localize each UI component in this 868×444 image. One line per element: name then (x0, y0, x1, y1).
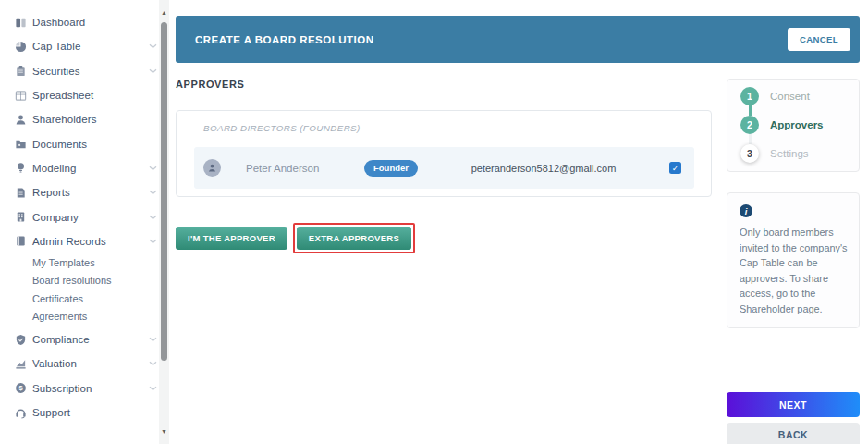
sidebar-item-spreadsheet[interactable]: Spreadsheet (0, 83, 172, 107)
shareholders-icon (14, 113, 27, 126)
modeling-icon (14, 162, 27, 175)
company-icon (14, 211, 27, 224)
section-title: APPROVERS (176, 79, 712, 90)
cancel-button[interactable]: CANCEL (788, 28, 850, 51)
main-area: CREATE A BOARD RESOLUTION CANCEL APPROVE… (176, 16, 860, 444)
sidebar-item-my-templates[interactable]: My Templates (0, 253, 172, 272)
step-label: Approvers (770, 119, 824, 130)
documents-icon (14, 138, 27, 151)
sidebar-item-label: Valuation (32, 358, 77, 369)
info-icon: i (740, 204, 752, 217)
sidebar-item-label: Documents (32, 139, 87, 150)
sidebar-subitem-label: Agreements (32, 311, 87, 322)
sidebar-item-label: Dashboard (32, 17, 85, 28)
chevron-down-icon (149, 239, 157, 244)
sidebar-item-certificates[interactable]: Certificates (0, 290, 172, 308)
scrollbar-down-arrow-icon[interactable]: ▼ (159, 427, 169, 437)
approver-actions: I'M THE APPROVER EXTRA APPROVERS (176, 223, 712, 253)
sidebar-item-company[interactable]: Company (0, 204, 172, 228)
board-directors-card: BOARD DIRECTORS (FOUNDERS) Peter Anderso… (176, 110, 712, 197)
step-number-circle: 1 (740, 87, 759, 105)
content-area: APPROVERS BOARD DIRECTORS (FOUNDERS) Pet… (176, 79, 860, 444)
support-icon (14, 406, 27, 419)
sidebar-item-label: Spreadsheet (32, 90, 93, 101)
sidebar-item-valuation[interactable]: Valuation (0, 352, 172, 376)
step-connector (749, 134, 752, 144)
sidebar-item-dashboard[interactable]: Dashboard (0, 10, 172, 34)
extra-approvers-button[interactable]: EXTRA APPROVERS (297, 227, 411, 250)
sidebar-subitem-label: Certificates (32, 293, 83, 304)
approver-name: Peter Anderson (246, 163, 364, 174)
chevron-down-icon (149, 386, 157, 391)
sidebar-item-label: Cap Table (32, 41, 80, 52)
approvers-panel: APPROVERS BOARD DIRECTORS (FOUNDERS) Pet… (176, 79, 712, 444)
admin-records-submenu: My Templates Board resolutions Certifica… (0, 253, 172, 326)
step-label: Consent (770, 91, 810, 102)
wizard-header: CREATE A BOARD RESOLUTION CANCEL (176, 16, 860, 63)
step-consent: 1 Consent (740, 87, 859, 105)
sidebar-item-label: Compliance (32, 334, 90, 345)
sidebar-subitem-label: My Templates (32, 257, 95, 268)
app-window: Dashboard Cap Table Securities Spreadshe… (0, 0, 868, 444)
sidebar-item-label: Modeling (32, 163, 76, 174)
chevron-down-icon (149, 43, 157, 49)
sidebar: Dashboard Cap Table Securities Spreadshe… (0, 0, 172, 444)
sidebar-scrollbar[interactable]: ▲ ▼ (159, 0, 169, 444)
admin-records-icon (14, 235, 27, 248)
dashboard-icon (14, 16, 27, 29)
spreadsheet-icon (14, 89, 27, 102)
chevron-down-icon (149, 215, 157, 220)
step-connector (749, 105, 752, 116)
sidebar-item-cap-table[interactable]: Cap Table (0, 34, 172, 58)
subscription-icon: $ (14, 382, 27, 395)
sidebar-subitem-label: Board resolutions (32, 275, 112, 286)
sidebar-item-compliance[interactable]: Compliance (0, 327, 172, 352)
chevron-down-icon (149, 68, 157, 74)
im-the-approver-button[interactable]: I'M THE APPROVER (176, 227, 287, 250)
cap-table-icon (14, 40, 27, 53)
wizard-sidebar: 1 Consent 2 Approvers 3 Settings i (727, 79, 860, 444)
chevron-down-icon (149, 337, 157, 342)
sidebar-item-modeling[interactable]: Modeling (0, 156, 172, 180)
sidebar-item-agreements[interactable]: Agreements (0, 307, 172, 326)
approver-checkbox[interactable]: ✓ (669, 162, 681, 174)
avatar (203, 159, 221, 177)
reports-icon (14, 186, 27, 199)
chevron-down-icon (149, 361, 157, 366)
sidebar-item-support[interactable]: Support (0, 401, 172, 425)
sidebar-item-label: Admin Records (32, 236, 106, 247)
step-label: Settings (770, 148, 809, 159)
sidebar-item-label: Subscription (32, 383, 92, 394)
scrollbar-up-arrow-icon[interactable]: ▲ (159, 8, 169, 18)
sidebar-item-securities[interactable]: Securities (0, 59, 172, 83)
page-title: CREATE A BOARD RESOLUTION (195, 34, 374, 45)
step-settings: 3 Settings (740, 144, 859, 163)
sidebar-item-label: Company (32, 212, 79, 223)
wizard-steps-card: 1 Consent 2 Approvers 3 Settings (727, 79, 860, 172)
sidebar-item-admin-records[interactable]: Admin Records (0, 229, 172, 253)
sidebar-item-shareholders[interactable]: Shareholders (0, 107, 172, 131)
sidebar-item-documents[interactable]: Documents (0, 131, 172, 155)
role-badge: Founder (364, 160, 418, 177)
group-label: BOARD DIRECTORS (FOUNDERS) (203, 123, 694, 133)
approver-email: peteranderson5812@gmail.com (418, 163, 669, 174)
sidebar-item-label: Securities (32, 66, 80, 77)
step-number-circle: 3 (740, 144, 759, 163)
chevron-down-icon (149, 190, 157, 195)
back-button[interactable]: BACK (727, 423, 860, 444)
annotation-highlight-box: EXTRA APPROVERS (293, 223, 415, 253)
sidebar-item-label: Shareholders (32, 114, 97, 125)
chevron-down-icon (149, 166, 157, 171)
sidebar-item-board-resolutions[interactable]: Board resolutions (0, 271, 172, 290)
step-number-circle: 2 (740, 116, 759, 134)
approver-row: Peter Anderson Founder peteranderson5812… (194, 147, 694, 189)
valuation-icon (14, 357, 27, 370)
sidebar-item-reports[interactable]: Reports (0, 180, 172, 204)
check-icon: ✓ (672, 164, 679, 173)
scrollbar-thumb[interactable] (161, 22, 167, 361)
next-button[interactable]: NEXT (727, 392, 860, 417)
info-card: i Only board members invited to the comp… (727, 192, 860, 328)
step-approvers: 2 Approvers (740, 116, 859, 134)
sidebar-item-label: Support (32, 407, 70, 418)
sidebar-item-subscription[interactable]: $ Subscription (0, 376, 172, 401)
